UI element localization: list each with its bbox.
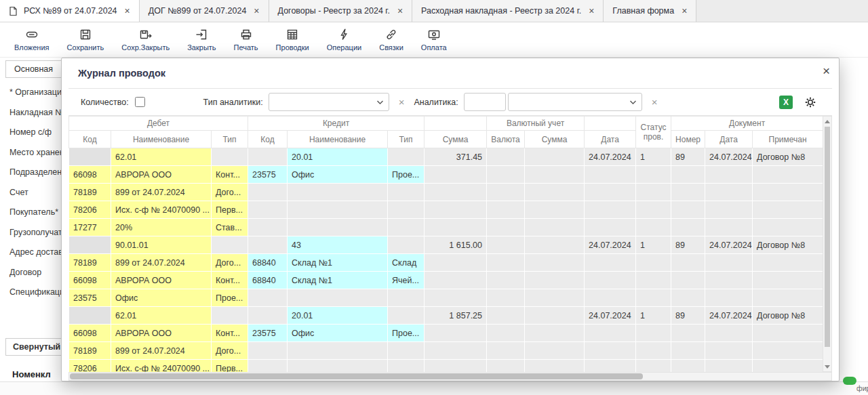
table-cell[interactable]: Склад <box>388 254 425 272</box>
table-cell[interactable] <box>525 236 585 254</box>
table-cell[interactable]: Офис <box>288 166 388 184</box>
table-cell[interactable] <box>753 289 823 307</box>
table-row[interactable]: 66098АВРОРА ОООКонт...68840Склад №1Ячей.… <box>69 272 823 289</box>
table-cell[interactable] <box>487 325 525 342</box>
table-cell[interactable]: Перв... <box>212 201 248 219</box>
table-cell[interactable]: Офис <box>288 325 388 342</box>
table-cell[interactable] <box>671 166 705 184</box>
table-cell[interactable] <box>753 325 823 342</box>
table-cell[interactable] <box>288 219 388 236</box>
table-cell[interactable]: 78189 <box>69 184 111 201</box>
table-cell[interactable] <box>525 148 585 166</box>
table-cell[interactable]: 24.07.2024 <box>705 236 753 254</box>
table-hscrollbar[interactable] <box>68 372 832 381</box>
table-cell[interactable] <box>388 201 425 219</box>
table-cell[interactable]: 1 <box>636 307 671 325</box>
table-cell[interactable] <box>671 360 705 373</box>
table-cell[interactable] <box>705 272 753 289</box>
table-cell[interactable] <box>388 360 425 373</box>
table-cell[interactable] <box>525 219 585 236</box>
table-cell[interactable] <box>671 289 705 307</box>
table-cell[interactable] <box>753 254 823 272</box>
table-cell[interactable] <box>671 272 705 289</box>
table-cell[interactable] <box>705 325 753 342</box>
table-cell[interactable]: 68840 <box>248 272 288 289</box>
table-cell[interactable]: 66098 <box>69 272 111 289</box>
table-cell[interactable] <box>69 307 111 325</box>
analytics-select[interactable] <box>508 93 642 111</box>
table-row[interactable]: 78206Исх. с-ф № 24070090 ...Перв... <box>69 201 823 219</box>
table-cell[interactable] <box>585 201 636 219</box>
table-cell[interactable] <box>671 219 705 236</box>
table-cell[interactable] <box>753 166 823 184</box>
table-cell[interactable] <box>525 184 585 201</box>
table-cell[interactable]: Дого... <box>212 342 248 360</box>
table-cell[interactable]: 899 от 24.07.2024 <box>111 184 212 201</box>
table-cell[interactable]: 89 <box>671 236 705 254</box>
table-cell[interactable] <box>487 201 525 219</box>
tab-dog-899[interactable]: ДОГ №899 от 24.07.2024 × <box>140 0 269 22</box>
settings-gear-icon[interactable] <box>804 96 817 109</box>
table-cell[interactable]: Склад №1 <box>288 254 388 272</box>
table-cell[interactable] <box>425 219 487 236</box>
table-cell[interactable] <box>636 342 671 360</box>
table-cell[interactable] <box>69 236 111 254</box>
table-cell[interactable] <box>425 289 487 307</box>
table-cell[interactable] <box>487 148 525 166</box>
table-cell[interactable] <box>753 272 823 289</box>
table-row[interactable]: 78189899 от 24.07.2024Дого...68840Склад … <box>69 254 823 272</box>
table-cell[interactable]: 89 <box>671 148 705 166</box>
table-cell[interactable] <box>671 325 705 342</box>
table-cell[interactable] <box>425 360 487 373</box>
form-tab-main[interactable]: Основная <box>5 60 62 78</box>
table-cell[interactable]: Ячей... <box>388 272 425 289</box>
table-cell[interactable] <box>248 219 288 236</box>
scroll-up-arrow-icon[interactable] <box>823 117 831 125</box>
table-cell[interactable]: 68840 <box>248 254 288 272</box>
table-row[interactable]: 78189899 от 24.07.2024Дого... <box>69 184 823 201</box>
table-cell[interactable]: Договор №8 <box>753 148 823 166</box>
table-cell[interactable] <box>248 148 288 166</box>
table-cell[interactable] <box>636 289 671 307</box>
table-cell[interactable] <box>636 201 671 219</box>
table-cell[interactable] <box>487 166 525 184</box>
table-cell[interactable] <box>585 342 636 360</box>
table-cell[interactable] <box>425 201 487 219</box>
table-cell[interactable]: Перв... <box>212 360 248 373</box>
tab-close-icon[interactable]: × <box>589 6 594 16</box>
table-cell[interactable] <box>585 166 636 184</box>
links-button[interactable]: Связки <box>370 26 412 54</box>
table-cell[interactable] <box>425 184 487 201</box>
table-cell[interactable] <box>487 307 525 325</box>
tab-close-icon[interactable]: × <box>682 6 687 16</box>
table-cell[interactable]: 899 от 24.07.2024 <box>111 254 212 272</box>
table-cell[interactable]: 17277 <box>69 219 111 236</box>
table-cell[interactable] <box>425 325 487 342</box>
postings-button[interactable]: Проводки <box>267 26 318 54</box>
hscrollbar-thumb[interactable] <box>70 373 643 379</box>
table-row[interactable]: 90.01.01431 615.0024.07.202418924.07.202… <box>69 236 823 254</box>
table-cell[interactable]: Исх. с-ф № 24070090 ... <box>111 360 212 373</box>
table-cell[interactable]: Конт... <box>212 325 248 342</box>
table-cell[interactable] <box>705 201 753 219</box>
table-cell[interactable] <box>753 201 823 219</box>
table-cell[interactable] <box>671 184 705 201</box>
table-cell[interactable] <box>487 236 525 254</box>
table-cell[interactable] <box>388 289 425 307</box>
table-cell[interactable]: 62.01 <box>111 148 212 166</box>
table-row[interactable]: 78189899 от 24.07.2024Дого... <box>69 342 823 360</box>
table-cell[interactable] <box>487 219 525 236</box>
table-row[interactable]: 23575ОфисПрое... <box>69 289 823 307</box>
table-cell[interactable] <box>585 289 636 307</box>
table-cell[interactable] <box>753 184 823 201</box>
payment-button[interactable]: Оплата <box>412 26 456 54</box>
table-cell[interactable]: 43 <box>288 236 388 254</box>
table-cell[interactable] <box>525 254 585 272</box>
table-cell[interactable] <box>636 254 671 272</box>
table-cell[interactable] <box>388 148 425 166</box>
table-cell[interactable]: Прое... <box>388 325 425 342</box>
table-cell[interactable] <box>388 219 425 236</box>
table-cell[interactable] <box>585 325 636 342</box>
table-cell[interactable]: 78189 <box>69 254 111 272</box>
table-cell[interactable] <box>288 289 388 307</box>
